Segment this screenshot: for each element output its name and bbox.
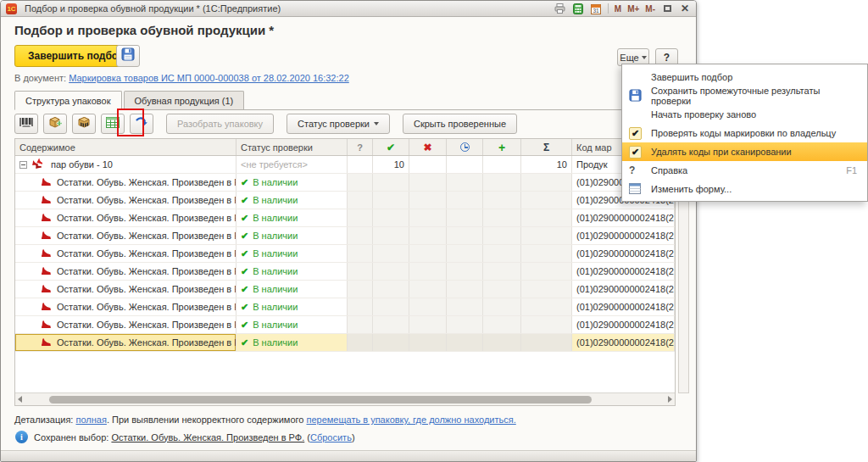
item-clock-cell[interactable] <box>447 227 483 244</box>
item-plus-cell[interactable] <box>483 209 521 226</box>
item-code-cell[interactable]: (01)02900000002418(2 <box>572 209 675 226</box>
menu-item-finish-selection[interactable]: Завершить подбор <box>622 68 867 86</box>
item-sigma-cell[interactable] <box>521 281 572 298</box>
item-question-cell[interactable] <box>348 281 373 298</box>
scroll-right-icon[interactable] <box>668 396 672 403</box>
group-name-cell[interactable]: пар обуви - 10 <box>15 156 236 173</box>
item-sigma-cell[interactable] <box>521 316 572 333</box>
item-code-cell[interactable]: (01)02900000002418(2 <box>572 298 675 315</box>
hide-checked-button[interactable]: Скрыть проверенные <box>403 114 517 134</box>
item-code-cell[interactable]: (01)02900000002418(2 <box>572 281 675 298</box>
item-ok-cell[interactable] <box>373 263 409 280</box>
item-status-cell[interactable]: ✔ В наличии <box>236 192 348 209</box>
reset-link[interactable]: Сбросить <box>310 432 352 443</box>
close-button[interactable]: ✕ <box>679 3 691 14</box>
item-name-cell[interactable]: Остатки. Обувь. Женская. Произведен в РФ <box>15 192 236 209</box>
item-ok-cell[interactable] <box>373 316 409 333</box>
item-clock-cell[interactable] <box>447 334 483 351</box>
item-question-cell[interactable] <box>348 209 373 226</box>
column-header-check-icon[interactable]: ✔ <box>373 139 409 155</box>
item-cross-cell[interactable] <box>409 227 447 244</box>
item-clock-cell[interactable] <box>447 174 483 191</box>
maximize-button[interactable] <box>661 3 673 14</box>
item-plus-cell[interactable] <box>483 263 521 280</box>
group-cross-cell[interactable] <box>409 156 447 173</box>
contents-table-button[interactable] <box>101 114 125 134</box>
column-header-status[interactable]: Статус проверки <box>236 139 348 155</box>
item-status-cell[interactable]: ✔ В наличии <box>236 263 348 280</box>
item-question-cell[interactable] <box>348 334 373 351</box>
item-question-cell[interactable] <box>348 227 373 244</box>
column-header-content[interactable]: Содержимое <box>15 139 236 155</box>
item-question-cell[interactable] <box>348 263 373 280</box>
item-question-cell[interactable] <box>348 174 373 191</box>
horizontal-scrollbar[interactable] <box>15 392 675 405</box>
package-barcode-button[interactable] <box>72 114 96 134</box>
item-cross-cell[interactable] <box>409 316 447 333</box>
column-header-question-icon[interactable]: ? <box>348 139 373 155</box>
item-name-cell[interactable]: Остатки. Обувь. Женская. Произведен в РФ <box>15 209 236 226</box>
item-ok-cell[interactable] <box>373 174 409 191</box>
item-cross-cell[interactable] <box>409 209 447 226</box>
item-sigma-cell[interactable] <box>521 263 572 280</box>
calendar-icon[interactable]: 31 <box>590 3 602 14</box>
item-status-cell[interactable]: ✔ В наличии <box>236 174 348 191</box>
table-row[interactable]: Остатки. Обувь. Женская. Произведен в РФ… <box>15 245 675 263</box>
group-clock-cell[interactable] <box>447 156 483 173</box>
item-code-cell[interactable]: (01)02900000002418(2 <box>572 334 675 351</box>
menu-item-check-codes-by-owner[interactable]: ✔ Проверять коды маркировки по владельцу <box>622 124 867 142</box>
menu-item-save-intermediate[interactable]: Сохранить промежуточные результаты прове… <box>622 86 867 105</box>
calculator-icon[interactable] <box>572 3 584 14</box>
item-status-cell[interactable]: ✔ В наличии <box>236 245 348 262</box>
table-group-row[interactable]: пар обуви - 10 <не требуется> 10 10 Прод… <box>15 156 675 174</box>
item-clock-cell[interactable] <box>447 298 483 315</box>
column-header-cross-icon[interactable]: ✖ <box>409 139 447 155</box>
item-cross-cell[interactable] <box>409 192 447 209</box>
item-ok-cell[interactable] <box>373 298 409 315</box>
checkbox-checked-icon[interactable]: ✔ <box>629 146 642 159</box>
item-ok-cell[interactable] <box>373 334 409 351</box>
menu-item-help[interactable]: ? Справка F1 <box>622 161 867 180</box>
item-ok-cell[interactable] <box>373 281 409 298</box>
item-cross-cell[interactable] <box>409 174 447 191</box>
disassemble-package-button[interactable]: Разобрать упаковку <box>166 114 274 134</box>
item-sigma-cell[interactable] <box>521 245 572 262</box>
tab-footwear-products[interactable]: Обувная продукция (1) <box>124 91 245 109</box>
check-status-button[interactable]: Статус проверки <box>287 114 390 134</box>
move-to-package-link[interactable]: перемещать в упаковку, где должно находи… <box>306 415 515 425</box>
item-ok-cell[interactable] <box>373 209 409 226</box>
add-package-button[interactable] <box>43 114 67 134</box>
table-row[interactable]: Остатки. Обувь. Женская. Произведен в РФ… <box>15 281 675 298</box>
item-name-cell[interactable]: Остатки. Обувь. Женская. Произведен в РФ <box>15 263 236 280</box>
horizontal-scroll-thumb[interactable] <box>49 396 592 404</box>
item-status-cell[interactable]: ✔ В наличии <box>236 281 348 298</box>
item-plus-cell[interactable] <box>483 298 521 315</box>
table-row[interactable]: Остатки. Обувь. Женская. Произведен в РФ… <box>15 192 675 209</box>
item-sigma-cell[interactable] <box>521 209 572 226</box>
item-sigma-cell[interactable] <box>521 174 572 191</box>
item-status-cell[interactable]: ✔ В наличии <box>236 209 348 226</box>
table-row[interactable]: Остатки. Обувь. Женская. Произведен в РФ… <box>15 298 675 316</box>
item-clock-cell[interactable] <box>447 281 483 298</box>
scroll-left-icon[interactable] <box>18 396 22 403</box>
item-clock-cell[interactable] <box>447 316 483 333</box>
item-clock-cell[interactable] <box>447 263 483 280</box>
item-question-cell[interactable] <box>348 298 373 315</box>
item-name-cell[interactable]: Остатки. Обувь. Женская. Произведен в РФ <box>15 281 236 298</box>
item-name-cell[interactable]: Остатки. Обувь. Женская. Произведен в РФ <box>15 245 236 262</box>
item-clock-cell[interactable] <box>447 209 483 226</box>
item-plus-cell[interactable] <box>483 227 521 244</box>
group-status-cell[interactable]: <не требуется> <box>236 156 348 173</box>
item-name-cell[interactable]: Остатки. Обувь. Женская. Произведен в РФ <box>15 298 236 315</box>
item-plus-cell[interactable] <box>483 281 521 298</box>
table-row[interactable]: Остатки. Обувь. Женская. Произведен в РФ… <box>15 316 675 334</box>
item-name-cell[interactable]: Остатки. Обувь. Женская. Произведен в РФ <box>15 334 236 351</box>
table-row[interactable]: Остатки. Обувь. Женская. Произведен в РФ… <box>15 334 675 352</box>
table-row[interactable]: Остатки. Обувь. Женская. Произведен в РФ… <box>15 263 675 281</box>
item-sigma-cell[interactable] <box>521 227 572 244</box>
printer-icon[interactable] <box>554 3 566 14</box>
scan-barcode-button[interactable] <box>14 114 38 134</box>
item-code-cell[interactable]: (01)02900000002418(2 <box>572 263 675 280</box>
item-cross-cell[interactable] <box>409 334 447 351</box>
item-cross-cell[interactable] <box>409 263 447 280</box>
